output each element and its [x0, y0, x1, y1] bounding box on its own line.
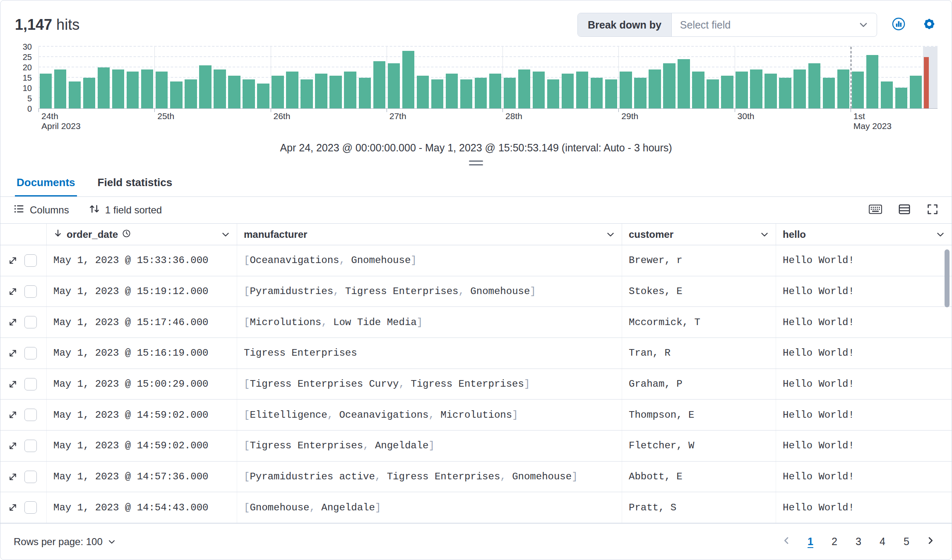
- row-checkbox[interactable]: [24, 316, 37, 328]
- sort-icon: [89, 203, 100, 217]
- histogram-bar: [793, 69, 805, 108]
- histogram-bar: [286, 72, 298, 108]
- cell-customer: Mccormick, T: [622, 307, 776, 337]
- day-separator-line: [502, 47, 503, 108]
- columns-button[interactable]: Columns: [14, 203, 69, 217]
- keyboard-shortcuts-button[interactable]: [869, 204, 882, 216]
- expand-row-icon[interactable]: [8, 348, 18, 358]
- column-label: order_date: [67, 229, 118, 240]
- cell-hello: Hello World!: [776, 338, 952, 369]
- expand-row-icon[interactable]: [8, 503, 18, 512]
- cell-manufacturer: [Pyramidustries, Tigress Enterprises, Gn…: [237, 276, 622, 307]
- cell-customer: Graham, P: [622, 369, 776, 400]
- expand-row-icon[interactable]: [8, 441, 18, 451]
- row-checkbox[interactable]: [24, 285, 37, 298]
- table-row: May 1, 2023 @ 15:00:29.000[Tigress Enter…: [0, 369, 952, 400]
- histogram-bar: [69, 81, 81, 108]
- row-checkbox[interactable]: [24, 347, 37, 359]
- page-button-1[interactable]: 1: [801, 532, 820, 551]
- chevron-down-icon[interactable]: [221, 230, 230, 239]
- vertical-scrollbar[interactable]: [945, 249, 950, 307]
- discover-panel: 1,147 hits Break down by Select field: [0, 0, 952, 560]
- row-checkbox[interactable]: [24, 254, 37, 267]
- list-icon: [14, 203, 24, 217]
- cell-hello: Hello World!: [776, 431, 952, 461]
- cell-hello: Hello World!: [776, 369, 952, 400]
- histogram-bar: [402, 51, 414, 108]
- header-cell-customer[interactable]: customer: [622, 224, 776, 245]
- page-button-4[interactable]: 4: [873, 532, 892, 551]
- hits-summary: 1,147 hits: [15, 16, 79, 34]
- chevron-down-icon[interactable]: [606, 230, 615, 239]
- keyboard-icon: [869, 204, 882, 216]
- cell-customer: Brewer, r: [622, 245, 776, 276]
- display-options-button[interactable]: [899, 203, 910, 217]
- chevron-down-icon[interactable]: [760, 230, 769, 239]
- chevron-down-icon[interactable]: [936, 230, 945, 239]
- cell-customer: Fletcher, W: [622, 431, 776, 461]
- header-cell-order-date[interactable]: order_date: [47, 224, 237, 245]
- table-row: May 1, 2023 @ 15:16:19.000Tigress Enterp…: [0, 338, 952, 369]
- row-checkbox[interactable]: [24, 409, 37, 421]
- histogram-bar: [504, 78, 516, 109]
- histogram-bar: [620, 72, 632, 108]
- histogram-bar: [634, 78, 646, 109]
- page-button-2[interactable]: 2: [825, 532, 844, 551]
- histogram-bar: [678, 59, 690, 108]
- sort-descending-icon: [53, 229, 63, 240]
- fullscreen-icon: [927, 203, 938, 217]
- y-axis-label: 5: [27, 94, 32, 103]
- histogram-bar: [156, 72, 168, 108]
- histogram-chart: 051015202530: [0, 47, 952, 109]
- tab-documents[interactable]: Documents: [15, 169, 77, 196]
- histogram-bar: [228, 76, 240, 108]
- histogram-bar: [591, 78, 603, 109]
- expand-row-icon[interactable]: [8, 379, 18, 389]
- row-checkbox[interactable]: [24, 440, 37, 452]
- histogram-plot: [38, 47, 938, 109]
- chevron-down-icon: [858, 20, 868, 30]
- expand-row-icon[interactable]: [8, 287, 18, 297]
- page-button-5[interactable]: 5: [897, 532, 916, 551]
- histogram-bar: [272, 76, 284, 108]
- histogram-bar: [533, 72, 545, 108]
- sort-fields-button[interactable]: 1 field sorted: [89, 203, 162, 217]
- histogram-bar: [475, 78, 487, 109]
- table-row: May 1, 2023 @ 15:33:36.000[Oceanavigatio…: [0, 245, 952, 276]
- previous-page-button[interactable]: [777, 532, 796, 551]
- fullscreen-button[interactable]: [927, 203, 938, 217]
- chart-options-button[interactable]: [889, 16, 908, 34]
- x-axis-label: 29th: [618, 111, 638, 121]
- histogram-bar: [98, 67, 110, 108]
- row-checkbox[interactable]: [24, 471, 37, 483]
- table-row: May 1, 2023 @ 14:57:36.000[Pyramidustrie…: [0, 462, 952, 493]
- expand-row-icon[interactable]: [8, 472, 18, 482]
- cell-hello: Hello World!: [776, 492, 952, 523]
- row-checkbox[interactable]: [24, 378, 37, 390]
- tab-field-statistics[interactable]: Field statistics: [96, 169, 174, 196]
- settings-button[interactable]: [920, 16, 938, 34]
- y-axis-label: 10: [23, 84, 32, 92]
- columns-label: Columns: [30, 204, 69, 216]
- breakdown-field-select[interactable]: Select field: [672, 13, 877, 36]
- page-button-3[interactable]: 3: [849, 532, 868, 551]
- expand-row-icon[interactable]: [8, 317, 18, 327]
- grid-toolbar-right: [869, 203, 938, 217]
- rows-per-page-button[interactable]: Rows per page: 100: [14, 536, 116, 548]
- histogram-bar: [243, 79, 255, 108]
- expand-row-icon[interactable]: [8, 256, 18, 266]
- day-separator-line: [387, 47, 387, 108]
- tab-bar: Documents Field statistics: [0, 169, 952, 197]
- grid-toolbar: Columns 1 field sorted: [0, 197, 952, 223]
- grid-header: order_date manufacturer customer: [0, 224, 952, 245]
- header-cell-manufacturer[interactable]: manufacturer: [237, 224, 622, 245]
- cell-customer: Stokes, E: [622, 276, 776, 307]
- histogram-bar: [83, 78, 95, 109]
- header-cell-hello[interactable]: hello: [776, 224, 952, 245]
- row-checkbox[interactable]: [24, 501, 37, 514]
- cell-manufacturer: [Microlutions, Low Tide Media]: [237, 307, 622, 337]
- expand-row-icon[interactable]: [8, 410, 18, 420]
- chart-resize-handle[interactable]: [469, 160, 483, 165]
- next-page-button[interactable]: [921, 532, 940, 551]
- histogram-bar: [301, 79, 313, 108]
